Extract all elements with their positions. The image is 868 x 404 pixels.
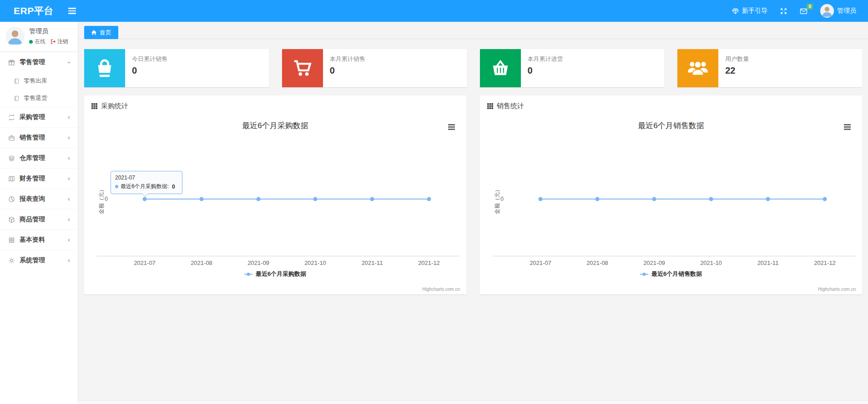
sales-chart-panel: 销售统计 最近6个月销售数据 金额（元） 0 2021-07 2021-08 2… [480,95,862,294]
messages-button[interactable]: 0 [800,8,807,15]
data-point[interactable] [427,197,431,201]
sidebar-toggle-icon[interactable] [66,5,79,17]
sidebar-item-finance[interactable]: 财务管理 [0,168,78,189]
sidebar-item-retail-return[interactable]: 零售退货 [0,90,78,107]
legend-item[interactable]: 最近6个月销售数据 [480,270,862,278]
repeat-icon [8,114,15,121]
card-label: 用户数量 [725,55,749,63]
fullscreen-button[interactable] [780,8,787,15]
gem-icon [732,8,739,15]
user-name: 管理员 [29,27,68,35]
x-axis-labels: 2021-07 2021-08 2021-09 2021-10 2021-11 … [145,259,429,267]
x-axis-line [97,256,460,256]
online-dot-icon [29,40,33,44]
guide-button[interactable]: 新手引导 [732,7,767,15]
sidebar-item-basics[interactable]: 基本资料 [0,229,78,250]
data-point[interactable] [595,197,600,201]
chart-title: 最近6个月采购数据 [84,120,466,131]
chevron-left-icon [66,258,71,263]
sidebar-item-retail[interactable]: 零售管理 [0,52,78,72]
highcharts-credits-link[interactable]: Highcharts.com.cn [422,287,460,292]
legend-marker-icon [640,272,648,276]
chart-title: 最近6个月销售数据 [480,120,862,131]
sidebar-item-reports[interactable]: 报表查询 [0,189,78,209]
card-value: 22 [725,65,749,76]
gear-icon [8,257,15,264]
x-tick: 2021-12 [418,259,440,266]
y-axis-tick: 0 [90,196,108,202]
sidebar-item-retail-outbound[interactable]: 零售出库 [0,72,78,90]
user-menu[interactable]: 管理员 [820,4,856,18]
sidebar-item-system[interactable]: 系统管理 [0,250,78,270]
x-tick: 2021-07 [134,259,156,266]
x-axis-line [493,256,856,256]
sidebar-item-goods[interactable]: 商品管理 [0,209,78,229]
chart-tooltip: 2021-07 最近6个月采购数据: 0 [111,171,182,194]
tab-home[interactable]: 首页 [84,26,118,39]
users-icon [677,49,718,87]
data-point[interactable] [370,197,374,201]
chevron-left-icon [66,197,71,202]
sidebar-item-sales[interactable]: 销售管理 [0,127,78,148]
chevron-left-icon [66,156,71,161]
data-point[interactable] [143,197,147,201]
chart-panels-row: 采购统计 最近6个月采购数据 金额（元） 0 2021-07 最近6个月采购数据… [84,95,862,294]
legend-item[interactable]: 最近6个月采购数据 [84,270,466,278]
tab-bar: 首页 [78,22,868,39]
data-point[interactable] [709,197,713,201]
footer-strip [78,400,868,404]
data-point[interactable] [200,197,204,201]
data-point[interactable] [652,197,656,201]
x-tick: 2021-10 [304,259,326,266]
username-label: 管理员 [837,7,856,15]
chevron-left-icon [66,238,71,243]
gift-icon [8,59,15,66]
envelope-icon [800,8,807,15]
card-label: 本月累计进货 [528,55,563,63]
cart-icon [282,49,323,87]
map-icon [8,175,15,182]
panel-title: 采购统计 [101,102,128,110]
main-content: 首页 今日累计销售 0 [78,0,868,294]
data-point[interactable] [823,197,827,201]
series-dot-icon [115,185,118,188]
logout-button[interactable]: 注销 [50,38,68,45]
card-value: 0 [330,65,365,76]
sidebar-menu: 零售管理 零售出库 零售退货 [0,51,78,270]
x-axis-labels: 2021-07 2021-08 2021-09 2021-10 2021-11 … [540,259,825,267]
pie-chart-icon [8,196,15,203]
card-today-sales: 今日累计销售 0 [84,49,269,87]
legend-marker-icon [244,272,252,276]
card-month-purchases: 本月累计进货 0 [480,49,665,87]
data-point[interactable] [313,197,318,201]
chart-export-menu-button[interactable] [843,123,852,131]
stat-cards-row: 今日累计销售 0 本月累计销售 0 [84,49,862,87]
sidebar-item-warehouse[interactable]: 仓库管理 [0,148,78,168]
sidebar: 管理员 在线 注销 [0,22,78,404]
sidebar-item-purchase[interactable]: 采购管理 [0,107,78,127]
x-tick: 2021-09 [247,259,269,266]
briefcase-icon [8,135,15,141]
purchase-chart-panel: 采购统计 最近6个月采购数据 金额（元） 0 2021-07 最近6个月采购数据… [84,95,466,294]
brand-logo: ERP平台 [0,5,66,17]
data-point[interactable] [257,197,261,201]
data-point[interactable] [539,197,543,201]
tooltip-date: 2021-07 [115,175,178,181]
chevron-left-icon [66,176,71,181]
guide-label: 新手引导 [742,7,767,15]
panel-header: 采购统计 [84,95,466,110]
top-navbar: ERP平台 新手引导 0 [0,0,868,22]
bag-icon [84,49,125,87]
th-grid-icon [91,103,97,109]
card-label: 今日累计销售 [132,55,167,63]
x-tick: 2021-12 [814,259,836,266]
chart-export-menu-button[interactable] [447,123,456,131]
data-point[interactable] [766,197,770,201]
highcharts-credits-link[interactable]: Highcharts.com.cn [818,287,856,292]
series-line [540,199,825,200]
message-count-badge: 0 [807,4,813,10]
fullscreen-icon [780,8,787,15]
chevron-down-icon [66,60,71,65]
card-label: 本月累计销售 [330,55,365,63]
y-axis-tick: 0 [485,196,504,202]
